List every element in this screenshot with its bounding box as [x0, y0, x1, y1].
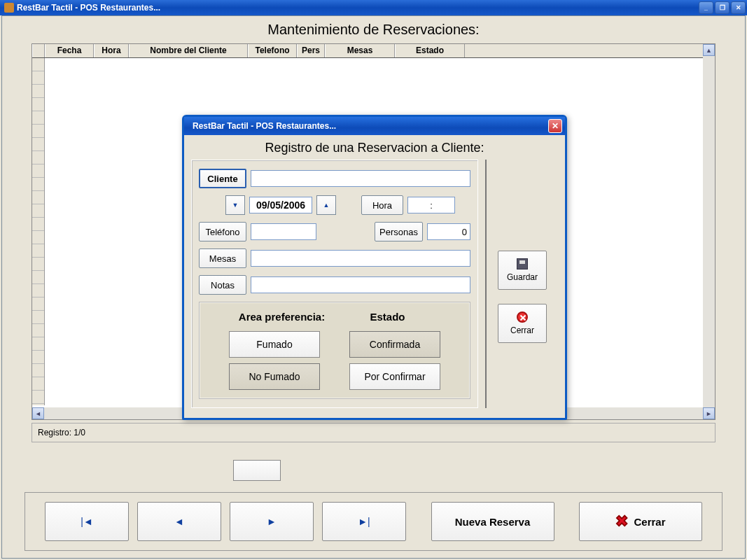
- col-nombre[interactable]: Nombre del Cliente: [129, 44, 248, 57]
- main-close-button[interactable]: ✖ Cerrar: [579, 502, 702, 541]
- grid-corner: [32, 44, 45, 57]
- notas-label[interactable]: Notas: [199, 275, 246, 295]
- record-status: Registro: 1/0: [32, 423, 715, 442]
- estado-confirmada-button[interactable]: Confirmada: [349, 331, 440, 358]
- close-button[interactable]: ✕: [731, 1, 746, 14]
- grid-vertical-scrollbar[interactable]: ▲: [703, 44, 715, 407]
- col-pers[interactable]: Pers: [297, 44, 325, 57]
- form-panel: Cliente ▼ ▲ Hora Teléfono Personas: [191, 160, 478, 408]
- col-mesas[interactable]: Mesas: [325, 44, 395, 57]
- grid-row-headers: [32, 58, 45, 405]
- date-up-button[interactable]: ▲: [316, 195, 336, 215]
- telefono-input[interactable]: [251, 223, 316, 240]
- main-titlebar: RestBar Tactil - POS Restaurantes... _ ❐…: [0, 0, 747, 15]
- dialog-titlebar[interactable]: RestBar Tactil - POS Restaurantes... ✕: [184, 117, 565, 135]
- app-icon: [4, 3, 14, 13]
- area-heading: Area preferencia:: [229, 311, 335, 323]
- new-reservation-button[interactable]: Nueva Reserva: [431, 502, 554, 541]
- col-telefono[interactable]: Telefono: [248, 44, 297, 57]
- mesas-input[interactable]: [251, 250, 470, 267]
- hidden-button-stub[interactable]: [233, 460, 281, 481]
- scroll-left-icon[interactable]: ◄: [32, 407, 44, 419]
- personas-label[interactable]: Personas: [375, 222, 423, 241]
- main-close-label: Cerrar: [634, 516, 665, 528]
- cancel-icon: [517, 312, 528, 323]
- date-down-button[interactable]: ▼: [225, 195, 245, 215]
- col-fecha[interactable]: Fecha: [45, 44, 94, 57]
- estado-por-confirmar-button[interactable]: Por Confirmar: [349, 363, 440, 390]
- grid-header: Fecha Hora Nombre del Cliente Telefono P…: [32, 44, 715, 58]
- new-reservation-label: Nueva Reserva: [455, 516, 531, 528]
- preference-group: Area preferencia: Estado Fumado No Fumad…: [199, 302, 470, 399]
- save-icon: [517, 258, 528, 270]
- reservation-dialog: RestBar Tactil - POS Restaurantes... ✕ R…: [182, 115, 567, 420]
- dialog-cerrar-label: Cerrar: [510, 326, 534, 335]
- scroll-up-icon[interactable]: ▲: [703, 44, 715, 56]
- cliente-button[interactable]: Cliente: [199, 169, 246, 188]
- area-fumado-button[interactable]: Fumado: [229, 331, 320, 358]
- area-no-fumado-button[interactable]: No Fumado: [229, 363, 320, 390]
- estado-heading: Estado: [335, 311, 440, 323]
- dialog-side-panel: Guardar Cerrar: [485, 160, 558, 408]
- cliente-input[interactable]: [251, 170, 470, 187]
- dialog-close-x-button[interactable]: ✕: [548, 119, 562, 133]
- main-window-title: RestBar Tactil - POS Restaurantes...: [17, 3, 160, 13]
- bottom-toolbar: |◄ ◄ ► ►| Nueva Reserva ✖ Cerrar: [25, 492, 722, 551]
- scroll-right-icon[interactable]: ►: [703, 407, 715, 419]
- col-hora[interactable]: Hora: [94, 44, 129, 57]
- maximize-button[interactable]: ❐: [715, 1, 729, 14]
- hora-button[interactable]: Hora: [361, 195, 403, 215]
- nav-last-button[interactable]: ►|: [322, 502, 406, 541]
- page-title: Mantenimiento de Reservaciones:: [2, 16, 745, 41]
- nav-first-button[interactable]: |◄: [45, 502, 129, 541]
- fecha-input[interactable]: [249, 197, 312, 214]
- telefono-label[interactable]: Teléfono: [199, 222, 246, 241]
- notas-input[interactable]: [251, 276, 470, 293]
- nav-prev-button[interactable]: ◄: [137, 502, 221, 541]
- col-estado[interactable]: Estado: [395, 44, 465, 57]
- guardar-button[interactable]: Guardar: [498, 251, 547, 290]
- window-controls: _ ❐ ✕: [699, 1, 746, 14]
- dialog-body: Cliente ▼ ▲ Hora Teléfono Personas: [184, 160, 565, 418]
- mesas-label[interactable]: Mesas: [199, 248, 246, 268]
- personas-input[interactable]: [427, 223, 470, 240]
- dialog-cerrar-button[interactable]: Cerrar: [498, 304, 547, 343]
- close-x-icon: ✖: [615, 512, 628, 531]
- nav-next-button[interactable]: ►: [230, 502, 314, 541]
- minimize-button[interactable]: _: [699, 1, 713, 14]
- guardar-label: Guardar: [507, 272, 538, 282]
- dialog-subtitle: Registro de una Reservacion a Cliente:: [184, 135, 565, 160]
- hora-input[interactable]: [407, 197, 455, 214]
- dialog-window-title: RestBar Tactil - POS Restaurantes...: [193, 121, 336, 131]
